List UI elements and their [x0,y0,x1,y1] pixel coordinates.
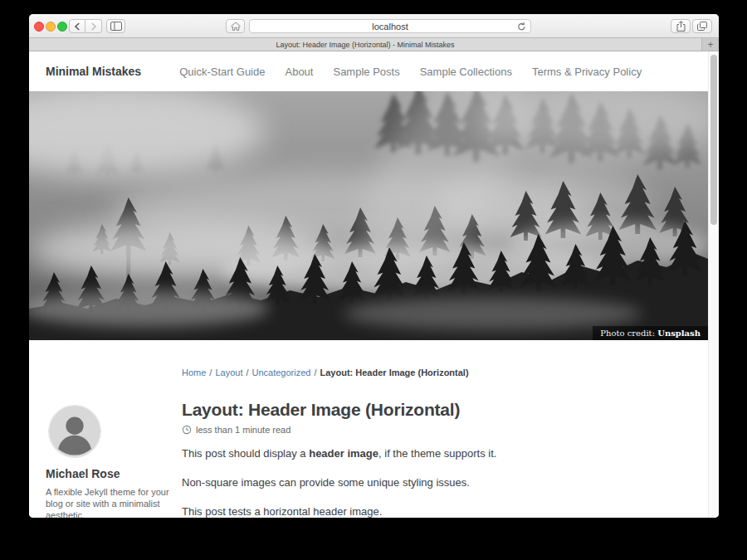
forward-chevron-icon [90,22,97,31]
back-button[interactable] [69,19,85,33]
sidebar-toggle-button[interactable] [106,19,125,33]
tab-active[interactable]: Layout: Header Image (Horizontal) - Mini… [29,38,701,51]
tab-bar: Layout: Header Image (Horizontal) - Mini… [29,38,719,51]
post-paragraph: This post tests a horizontal header imag… [182,504,691,518]
web-page: Minimal Mistakes Quick-Start Guide About… [29,51,708,518]
show-all-tabs-button[interactable] [692,19,712,33]
bold-text: header image [309,447,378,460]
refresh-icon [517,22,526,32]
content-area: Michael Rose A flexible Jekyll theme for… [29,340,708,518]
foggy-forest-photo [29,91,708,340]
nav-link-quick-start-guide[interactable]: Quick-Start Guide [179,66,265,78]
home-icon [231,22,241,31]
breadcrumb-layout-link[interactable]: Layout [215,368,242,377]
tab-overview-icon [697,22,707,31]
new-tab-button[interactable]: + [701,38,719,51]
scrollbar-thumb[interactable] [710,55,717,225]
page-title: Layout: Header Image (Horizontal) [182,400,691,420]
desktop-background: { "browser": { "url": "localhost", "tab_… [0,0,747,560]
site-masthead: Minimal Mistakes Quick-Start Guide About… [29,51,708,91]
author-name: Michael Rose [46,467,182,480]
author-sidebar: Michael Rose A flexible Jekyll theme for… [46,340,182,518]
person-silhouette-icon [49,406,100,457]
share-button[interactable] [671,19,691,33]
author-avatar [48,405,101,458]
header-image: Photo credit: Unsplash [29,91,708,340]
forward-button[interactable] [85,19,102,33]
address-bar[interactable]: localhost [249,19,531,33]
photo-credit: Photo credit: Unsplash [593,326,708,340]
zoom-window-button[interactable] [57,22,67,32]
breadcrumb-separator: / [314,368,316,377]
post-article: Home/Layout/Uncategorized/Layout: Header… [182,340,691,518]
site-nav: Quick-Start Guide About Sample Posts Sam… [179,66,642,78]
share-icon [676,21,686,32]
breadcrumb-separator: / [209,368,212,377]
scrollbar-track[interactable] [708,51,719,518]
nav-link-terms-privacy[interactable]: Terms & Privacy Policy [532,66,642,78]
nav-link-sample-posts[interactable]: Sample Posts [333,66,399,78]
clock-icon [182,425,192,435]
refresh-button[interactable] [517,22,526,32]
close-window-button[interactable] [34,22,44,32]
history-nav-buttons [69,19,102,33]
browser-window: localhost Layout: Header Image (Horizont… [29,14,719,518]
page-viewport: Minimal Mistakes Quick-Start Guide About… [29,51,719,518]
read-time-text: less than 1 minute read [196,425,290,435]
photo-credit-label: Photo credit: [600,329,655,338]
post-paragraph: This post should display a header image,… [182,446,691,462]
nav-link-sample-collections[interactable]: Sample Collections [420,66,512,78]
post-paragraph: Non-square images can provide some uniqu… [182,475,691,491]
back-chevron-icon [74,22,81,31]
browser-toolbar: localhost [29,14,719,38]
tab-title: Layout: Header Image (Horizontal) - Mini… [276,41,454,49]
unsplash-link[interactable]: Unsplash [657,329,701,338]
read-time: less than 1 minute read [182,425,691,435]
nav-link-about[interactable]: About [285,66,313,78]
breadcrumb-home-link[interactable]: Home [182,368,206,377]
breadcrumb-separator: / [246,368,248,377]
minimize-window-button[interactable] [46,22,56,32]
site-title-link[interactable]: Minimal Mistakes [46,65,141,78]
sidebar-toggle-icon [110,22,122,31]
url-text: localhost [372,22,408,32]
author-bio: A flexible Jekyll theme for your blog or… [46,487,170,518]
breadcrumb-uncategorized-link[interactable]: Uncategorized [252,368,311,377]
breadcrumb-current: Layout: Header Image (Horizontal) [320,368,469,377]
breadcrumb: Home/Layout/Uncategorized/Layout: Header… [182,368,691,377]
home-button[interactable] [226,19,245,33]
